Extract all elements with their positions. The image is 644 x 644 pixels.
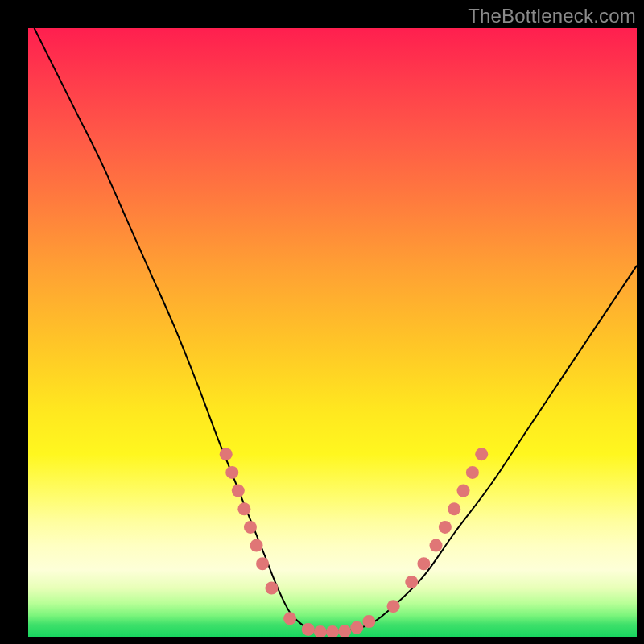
curve-marker [417, 557, 430, 570]
curve-marker [326, 625, 339, 637]
outer-frame: TheBottleneck.com [0, 0, 644, 644]
watermark-text: TheBottleneck.com [468, 5, 636, 27]
curve-marker [220, 448, 233, 460]
curve-marker [362, 615, 375, 628]
curve-marker [314, 625, 327, 637]
curve-marker [237, 502, 250, 515]
curve-marker [265, 582, 278, 595]
curve-marker [338, 625, 351, 637]
plot-area [28, 28, 637, 637]
bottleneck-curve [35, 28, 637, 631]
curve-marker [250, 539, 263, 552]
curve-marker [387, 600, 400, 613]
curve-marker [466, 466, 479, 479]
curve-marker [475, 448, 488, 460]
curve-marker [350, 621, 363, 634]
curve-marker [225, 466, 238, 479]
curve-marker [405, 576, 418, 588]
chart-svg [28, 28, 637, 637]
curve-marker [302, 623, 315, 636]
curve-marker [457, 485, 470, 497]
curve-marker [283, 612, 296, 625]
curve-marker [244, 521, 257, 534]
curve-marker [439, 521, 452, 534]
curve-marker [232, 485, 245, 497]
curve-marker [448, 502, 460, 515]
curve-marker [430, 539, 443, 552]
curve-marker [256, 557, 269, 570]
